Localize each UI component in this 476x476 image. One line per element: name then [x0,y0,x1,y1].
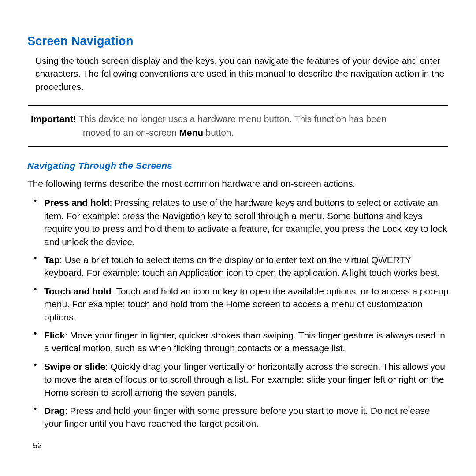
term-label: Flick [44,330,65,340]
list-item: Tap: Use a brief touch to select items o… [44,253,449,279]
intro-paragraph: Using the touch screen display and the k… [27,54,449,93]
term-label: Drag [44,405,65,416]
list-item: Flick: Move your finger in lighter, quic… [44,329,449,355]
term-desc: : Press and hold your finger with some p… [44,405,430,428]
subsection-intro: The following terms describe the most co… [27,177,449,190]
term-desc: : Use a brief touch to select items on t… [44,255,440,278]
important-callout: Important! This device no longer uses a … [28,105,448,147]
term-desc: : Move your finger in lighter, quicker s… [44,330,445,353]
subsection-title: Navigating Through the Screens [27,160,449,171]
section-title: Screen Navigation [27,34,449,48]
terms-list: Press and hold: Pressing relates to use … [27,196,449,430]
term-label: Press and hold [44,197,109,208]
callout-line2: moved to an on-screen Menu button. [31,126,448,139]
callout-text: Important! This device no longer uses a … [28,112,448,139]
term-label: Swipe or slide [44,361,105,372]
page-number: 52 [33,441,42,450]
menu-word: Menu [179,127,203,138]
callout-line2-prefix: moved to an on-screen [83,127,179,138]
callout-line2-suffix: button. [203,127,234,138]
list-item: Touch and hold: Touch and hold an icon o… [44,285,449,324]
list-item: Drag: Press and hold your finger with so… [44,404,449,430]
callout-line1: This device no longer uses a hardware me… [76,114,387,124]
term-label: Tap [44,255,60,265]
callout-label: Important! [31,114,76,124]
list-item: Swipe or slide: Quickly drag your finger… [44,360,449,399]
term-label: Touch and hold [44,286,112,296]
list-item: Press and hold: Pressing relates to use … [44,196,449,248]
